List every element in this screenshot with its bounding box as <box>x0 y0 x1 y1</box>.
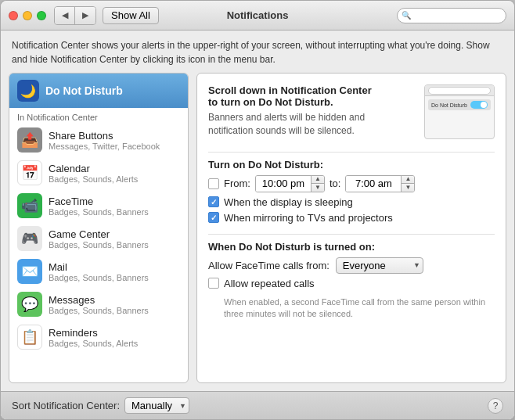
reminders-text: Reminders Badges, Sounds, Alerts <box>49 327 138 348</box>
calendar-sub: Badges, Sounds, Alerts <box>49 174 138 184</box>
hint-text: When enabled, a second FaceTime call fro… <box>208 296 495 321</box>
notifications-window: ◀ ▶ Show All Notifications Notification … <box>0 0 515 420</box>
close-button[interactable] <box>9 11 18 20</box>
preview-thumbnail: Do Not Disturb <box>424 84 495 139</box>
sidebar-item-reminders[interactable]: 📋 Reminders Badges, Sounds, Alerts <box>9 321 188 354</box>
forward-button[interactable]: ▶ <box>75 7 95 24</box>
to-time-up-button[interactable]: ▲ <box>402 176 414 184</box>
facetime-select[interactable]: Everyone Favorites Contacts Only No One <box>336 257 423 274</box>
sleeping-checkbox[interactable] <box>208 196 219 207</box>
facetime-select-wrap: Everyone Favorites Contacts Only No One … <box>336 257 423 274</box>
show-all-button[interactable]: Show All <box>103 7 159 24</box>
search-input[interactable] <box>397 8 506 23</box>
to-label: to: <box>330 178 340 189</box>
repeated-calls-row: Allow repeated calls <box>208 278 495 289</box>
mail-sub: Badges, Sounds, Banners <box>49 273 149 282</box>
turn-on-label: Turn on Do Not Disturb: <box>208 159 495 171</box>
minimize-button[interactable] <box>23 11 32 20</box>
preview-searchbar <box>425 85 494 96</box>
from-time-input[interactable] <box>256 176 311 192</box>
right-panel: Do Not Disturb Scroll down in Notificati… <box>196 73 506 383</box>
calendar-text: Calendar Badges, Sounds, Alerts <box>49 163 138 184</box>
reminders-name: Reminders <box>49 327 138 339</box>
facetime-text: FaceTime Badges, Sounds, Banners <box>49 196 149 217</box>
share-buttons-sub: Messages, Twitter, Facebook <box>49 142 160 151</box>
share-buttons-name: Share Buttons <box>49 130 160 142</box>
sort-select[interactable]: Manually By Time <box>124 397 189 414</box>
divider-1 <box>208 152 495 153</box>
do-not-disturb-header[interactable]: 🌙 Do Not Disturb <box>9 74 188 108</box>
sidebar: 🌙 Do Not Disturb In Notification Center … <box>9 73 189 383</box>
sort-select-wrap: Manually By Time ▼ <box>124 397 189 414</box>
back-button[interactable]: ◀ <box>55 7 75 24</box>
divider-2 <box>208 234 495 235</box>
in-notification-center-label: In Notification Center <box>9 108 188 124</box>
reminders-icon: 📋 <box>17 325 42 350</box>
mail-name: Mail <box>49 261 149 273</box>
search-icon-wrap <box>397 8 506 23</box>
to-time-input-wrap: ▲ ▼ <box>345 175 415 192</box>
messages-name: Messages <box>49 294 149 306</box>
sidebar-item-facetime[interactable]: 📹 FaceTime Badges, Sounds, Banners <box>9 189 188 222</box>
mirroring-row: When mirroring to TVs and projectors <box>208 212 495 224</box>
sidebar-item-mail[interactable]: ✉️ Mail Badges, Sounds, Banners <box>9 255 188 288</box>
sort-label: Sort Notification Center: <box>12 400 120 411</box>
preview-searchbar-input <box>428 87 491 95</box>
allow-facetime-row: Allow FaceTime calls from: Everyone Favo… <box>208 257 495 274</box>
window-title: Notifications <box>227 9 289 21</box>
maximize-button[interactable] <box>37 11 46 20</box>
help-button[interactable]: ? <box>488 398 503 414</box>
game-center-text: Game Center Badges, Sounds, Banners <box>49 228 149 249</box>
game-center-sub: Badges, Sounds, Banners <box>49 240 149 249</box>
facetime-name: FaceTime <box>49 196 149 207</box>
from-time-up-button[interactable]: ▲ <box>312 176 324 184</box>
mirroring-label: When mirroring to TVs and projectors <box>224 212 393 224</box>
when-dnd-label: When Do Not Disturb is turned on: <box>208 241 495 253</box>
from-time-down-button[interactable]: ▼ <box>312 184 324 192</box>
preview-dnd-text: Do Not Disturb <box>431 102 467 108</box>
from-time-input-wrap: ▲ ▼ <box>255 175 325 192</box>
sidebar-items: 📤 Share Buttons Messages, Twitter, Faceb… <box>9 124 188 382</box>
mail-text: Mail Badges, Sounds, Banners <box>49 261 149 282</box>
facetime-sub: Badges, Sounds, Banners <box>49 207 149 217</box>
mirroring-checkbox[interactable] <box>208 212 219 223</box>
from-time-stepper: ▲ ▼ <box>311 176 324 192</box>
from-label: From: <box>224 178 250 189</box>
messages-icon: 💬 <box>17 292 42 317</box>
dnd-label: Do Not Disturb <box>45 84 123 97</box>
messages-sub: Badges, Sounds, Banners <box>49 306 149 315</box>
main-content: 🌙 Do Not Disturb In Notification Center … <box>1 73 514 391</box>
sidebar-item-share-buttons[interactable]: 📤 Share Buttons Messages, Twitter, Faceb… <box>9 124 188 156</box>
sidebar-item-calendar[interactable]: 📅 Calendar Badges, Sounds, Alerts <box>9 156 188 189</box>
sidebar-item-game-center[interactable]: 🎮 Game Center Badges, Sounds, Banners <box>9 222 188 255</box>
search-bar <box>397 8 506 23</box>
share-buttons-icon: 📤 <box>17 127 42 153</box>
mail-icon: ✉️ <box>17 259 42 284</box>
sleeping-label: When the display is sleeping <box>224 196 353 208</box>
allow-facetime-label: Allow FaceTime calls from: <box>208 260 330 271</box>
calendar-icon: 📅 <box>17 160 42 185</box>
bottom-bar: Sort Notification Center: Manually By Ti… <box>1 391 514 419</box>
sleeping-row: When the display is sleeping <box>208 196 495 208</box>
preview-body: Do Not Disturb <box>425 96 494 138</box>
repeated-calls-checkbox[interactable] <box>208 278 219 289</box>
time-row: From: ▲ ▼ to: ▲ ▼ <box>208 175 495 192</box>
sidebar-item-messages[interactable]: 💬 Messages Badges, Sounds, Banners <box>9 288 188 321</box>
preview-dnd-row: Do Not Disturb <box>428 99 491 110</box>
game-center-name: Game Center <box>49 228 149 240</box>
reminders-sub: Badges, Sounds, Alerts <box>49 339 138 348</box>
dnd-icon: 🌙 <box>17 80 39 102</box>
to-time-down-button[interactable]: ▼ <box>402 184 414 192</box>
traffic-lights <box>9 11 46 20</box>
from-checkbox[interactable] <box>208 178 219 189</box>
facetime-icon: 📹 <box>17 193 42 218</box>
calendar-name: Calendar <box>49 163 138 174</box>
share-buttons-text: Share Buttons Messages, Twitter, Faceboo… <box>49 130 160 151</box>
repeated-calls-label: Allow repeated calls <box>224 278 315 289</box>
preview-toggle <box>470 101 488 109</box>
to-time-stepper: ▲ ▼ <box>401 176 414 192</box>
to-time-input[interactable] <box>346 176 401 192</box>
nav-buttons: ◀ ▶ <box>54 6 96 25</box>
description-text: Notification Center shows your alerts in… <box>1 31 514 73</box>
game-center-icon: 🎮 <box>17 226 42 251</box>
